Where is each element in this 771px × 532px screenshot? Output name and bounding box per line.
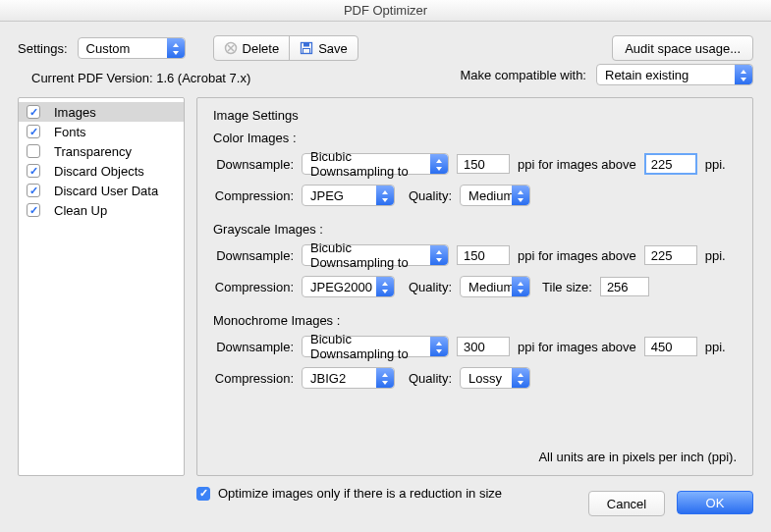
select-value: JPEG2000 bbox=[310, 280, 372, 294]
downsample-label: Downsample: bbox=[213, 248, 294, 263]
ok-button[interactable]: OK bbox=[677, 491, 753, 514]
mono-section-title: Monochrome Images : bbox=[213, 313, 737, 328]
downsample-label: Downsample: bbox=[213, 340, 294, 354]
delete-button[interactable]: Delete bbox=[214, 36, 290, 60]
checkbox-clean-up[interactable] bbox=[27, 203, 40, 217]
sidebar-item-label: Images bbox=[54, 105, 96, 120]
settings-value: Custom bbox=[86, 41, 131, 56]
color-compression-row: Compression: JPEG Quality: Medium bbox=[213, 185, 737, 206]
category-sidebar: Images Fonts Transparency Discard Object… bbox=[18, 97, 185, 476]
dialog-footer: Cancel OK bbox=[588, 491, 753, 516]
settings-select[interactable]: Custom bbox=[78, 37, 186, 59]
gray-above-ppi-input[interactable] bbox=[644, 245, 697, 265]
ppi-suffix: ppi. bbox=[705, 340, 726, 354]
compression-label: Compression: bbox=[213, 188, 294, 203]
select-value: Lossy bbox=[468, 371, 502, 386]
mono-downsample-select[interactable]: Bicubic Downsampling to bbox=[302, 336, 449, 357]
downsample-label: Downsample: bbox=[213, 157, 294, 172]
preset-button-group: Delete Save bbox=[213, 35, 358, 61]
compat-value: Retain existing bbox=[605, 68, 688, 82]
gray-compression-select[interactable]: JPEG2000 bbox=[302, 276, 395, 297]
compat-label: Make compatible with: bbox=[460, 68, 586, 82]
select-value: Medium bbox=[468, 188, 514, 203]
save-icon bbox=[300, 41, 313, 55]
delete-label: Delete bbox=[243, 41, 280, 56]
select-value: Bicubic Downsampling to bbox=[310, 332, 426, 361]
checkbox-discard-user-data[interactable] bbox=[27, 184, 40, 197]
compat-row: Make compatible with: Retain existing bbox=[460, 64, 753, 85]
sidebar-item-label: Discard User Data bbox=[54, 184, 158, 198]
ok-label: OK bbox=[706, 496, 725, 510]
settings-label: Settings: bbox=[18, 41, 68, 56]
svg-rect-4 bbox=[303, 43, 309, 47]
sidebar-item-transparency[interactable]: Transparency bbox=[19, 141, 184, 161]
delete-icon bbox=[224, 41, 238, 55]
mono-quality-select[interactable]: Lossy bbox=[460, 367, 530, 389]
save-label: Save bbox=[318, 41, 348, 56]
color-above-ppi-input[interactable] bbox=[644, 153, 697, 175]
compression-label: Compression: bbox=[213, 371, 294, 386]
select-value: Bicubic Downsampling to bbox=[310, 149, 426, 179]
checkbox-transparency[interactable] bbox=[27, 144, 40, 158]
quality-label: Quality: bbox=[409, 188, 452, 203]
select-value: JPEG bbox=[310, 188, 344, 203]
compat-select[interactable]: Retain existing bbox=[596, 64, 753, 85]
sidebar-item-fonts[interactable]: Fonts bbox=[19, 122, 184, 141]
select-value: Bicubic Downsampling to bbox=[310, 240, 426, 270]
audit-space-button[interactable]: Audit space usage... bbox=[612, 35, 753, 61]
mono-downsample-row: Downsample: Bicubic Downsampling to ppi … bbox=[213, 336, 737, 357]
sidebar-item-discard-objects[interactable]: Discard Objects bbox=[19, 161, 184, 181]
settings-panel: Image Settings Color Images : Downsample… bbox=[196, 97, 753, 476]
ppi-for-above-label: ppi for images above bbox=[518, 157, 636, 172]
svg-rect-5 bbox=[303, 49, 310, 54]
checkbox-images[interactable] bbox=[27, 105, 40, 119]
sidebar-item-label: Fonts bbox=[54, 125, 86, 139]
gray-target-ppi-input[interactable] bbox=[457, 245, 510, 265]
tilesize-label: Tile size: bbox=[542, 280, 592, 294]
sidebar-item-label: Discard Objects bbox=[54, 164, 144, 179]
compression-label: Compression: bbox=[213, 280, 294, 294]
color-downsample-row: Downsample: Bicubic Downsampling to ppi … bbox=[213, 153, 737, 175]
select-value: JBIG2 bbox=[310, 371, 346, 386]
units-note: All units are in pixels per inch (ppi). bbox=[538, 450, 737, 464]
ppi-suffix: ppi. bbox=[705, 157, 726, 172]
save-button[interactable]: Save bbox=[289, 36, 358, 60]
cancel-button[interactable]: Cancel bbox=[588, 491, 665, 516]
ppi-suffix: ppi. bbox=[705, 248, 726, 263]
color-target-ppi-input[interactable] bbox=[457, 154, 510, 174]
mono-above-ppi-input[interactable] bbox=[644, 337, 697, 356]
color-downsample-select[interactable]: Bicubic Downsampling to bbox=[302, 153, 449, 175]
quality-label: Quality: bbox=[409, 280, 452, 294]
color-section-title: Color Images : bbox=[213, 131, 737, 145]
gray-downsample-select[interactable]: Bicubic Downsampling to bbox=[302, 244, 449, 266]
checkbox-fonts[interactable] bbox=[27, 125, 40, 138]
select-value: Medium bbox=[468, 280, 514, 294]
mono-compression-row: Compression: JBIG2 Quality: Lossy bbox=[213, 367, 737, 389]
sidebar-item-images[interactable]: Images bbox=[19, 102, 184, 122]
color-compression-select[interactable]: JPEG bbox=[302, 185, 395, 206]
panel-title: Image Settings bbox=[213, 108, 737, 123]
ppi-for-above-label: ppi for images above bbox=[518, 248, 636, 263]
cancel-label: Cancel bbox=[607, 497, 646, 511]
quality-label: Quality: bbox=[409, 371, 452, 386]
color-quality-select[interactable]: Medium bbox=[460, 185, 530, 206]
sidebar-item-discard-user-data[interactable]: Discard User Data bbox=[19, 181, 184, 200]
gray-downsample-row: Downsample: Bicubic Downsampling to ppi … bbox=[213, 244, 737, 266]
checkbox-discard-objects[interactable] bbox=[27, 164, 40, 178]
gray-section-title: Grayscale Images : bbox=[213, 222, 737, 237]
gray-quality-select[interactable]: Medium bbox=[460, 276, 530, 297]
mono-target-ppi-input[interactable] bbox=[457, 337, 510, 356]
sidebar-item-label: Transparency bbox=[54, 144, 132, 159]
window-title: PDF Optimizer bbox=[0, 0, 771, 22]
optimize-only-checkbox[interactable] bbox=[196, 487, 210, 501]
ppi-for-above-label: ppi for images above bbox=[518, 340, 636, 354]
audit-label: Audit space usage... bbox=[625, 41, 741, 56]
optimize-only-label: Optimize images only if there is a reduc… bbox=[218, 486, 502, 501]
sidebar-item-clean-up[interactable]: Clean Up bbox=[19, 200, 184, 220]
mono-compression-select[interactable]: JBIG2 bbox=[302, 367, 395, 389]
gray-compression-row: Compression: JPEG2000 Quality: Medium Ti… bbox=[213, 276, 737, 297]
gray-tilesize-input[interactable] bbox=[600, 277, 649, 296]
sidebar-item-label: Clean Up bbox=[54, 203, 107, 218]
